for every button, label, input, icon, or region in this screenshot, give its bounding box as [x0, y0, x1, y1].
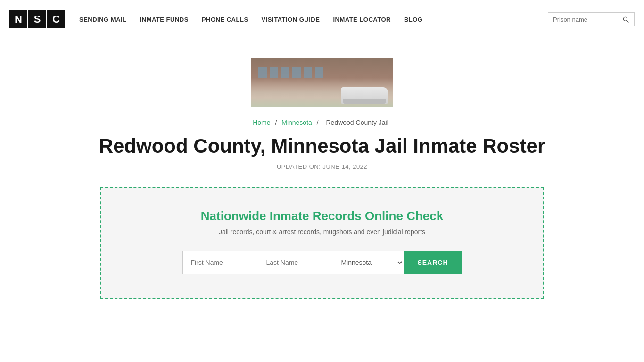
updated-label: UPDATED ON: [277, 163, 321, 170]
breadcrumb-home[interactable]: Home [253, 119, 270, 126]
police-car [341, 87, 388, 104]
jail-window [270, 67, 278, 78]
state-select[interactable]: AlabamaAlaskaArizonaArkansasCaliforniaCo… [333, 251, 404, 274]
nav-inmate-funds[interactable]: INMATE FUNDS [140, 16, 189, 23]
main-nav: SENDING MAIL INMATE FUNDS PHONE CALLS VI… [79, 16, 534, 23]
prison-search-box [548, 12, 635, 26]
page-title: Redwood County, Minnesota Jail Inmate Ro… [96, 135, 548, 157]
nav-visitation-guide[interactable]: VISITATION GUIDE [262, 16, 320, 23]
inmate-search-form: AlabamaAlaskaArizonaArkansasCaliforniaCo… [120, 251, 524, 274]
site-header: N S C SENDING MAIL INMATE FUNDS PHONE CA… [0, 0, 644, 39]
jail-windows-row [258, 67, 323, 78]
breadcrumb-separator-2: / [317, 119, 321, 126]
main-content: Home / Minnesota / Redwood County Jail R… [86, 39, 558, 327]
nav-blog[interactable]: BLOG [404, 16, 423, 23]
records-search-box: Nationwide Inmate Records Online Check J… [100, 187, 544, 299]
nav-phone-calls[interactable]: PHONE CALLS [202, 16, 248, 23]
search-button[interactable]: SEARCH [404, 251, 461, 274]
logo-c: C [47, 10, 65, 28]
breadcrumb-state[interactable]: Minnesota [281, 119, 312, 126]
updated-date-value: JUNE 14, 2022 [322, 163, 367, 170]
logo-n: N [9, 10, 27, 28]
site-logo[interactable]: N S C [9, 10, 65, 28]
breadcrumb-separator-1: / [275, 119, 277, 126]
jail-window [281, 67, 289, 78]
jail-building [251, 58, 393, 107]
jail-image [251, 58, 393, 107]
last-name-input[interactable] [258, 251, 333, 274]
breadcrumb: Home / Minnesota / Redwood County Jail [96, 119, 548, 126]
records-box-subtitle: Jail records, court & arrest records, mu… [120, 228, 524, 236]
records-box-title: Nationwide Inmate Records Online Check [120, 209, 524, 223]
jail-window [315, 67, 323, 78]
first-name-input[interactable] [182, 251, 258, 274]
jail-window [304, 67, 312, 78]
updated-date: UPDATED ON: JUNE 14, 2022 [96, 163, 548, 170]
jail-window [292, 67, 301, 78]
breadcrumb-current: Redwood County Jail [326, 119, 388, 126]
logo-s: S [28, 10, 46, 28]
prison-search-input[interactable] [553, 16, 619, 23]
nav-inmate-locator[interactable]: INMATE LOCATOR [333, 16, 391, 23]
jail-window [258, 67, 267, 78]
search-icon [622, 16, 629, 23]
nav-sending-mail[interactable]: SENDING MAIL [79, 16, 127, 23]
